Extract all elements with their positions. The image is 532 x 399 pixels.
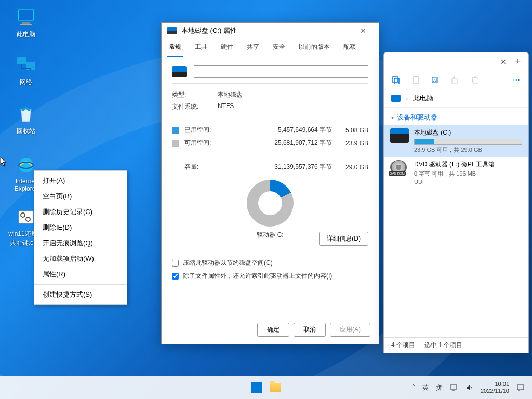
- compress-label: 压缩此驱动器以节约磁盘空间(C): [183, 259, 273, 268]
- apply-button[interactable]: 应用(A): [330, 323, 370, 337]
- cursor-icon: [0, 157, 8, 165]
- ctx-delie[interactable]: 删除IE(D): [34, 220, 127, 235]
- index-label: 除了文件属性外，还允许索引此驱动器上文件的内容(I): [183, 272, 332, 281]
- drive-item-c[interactable]: 本地磁盘 (C:) 23.9 GB 可用，共 29.0 GB: [384, 125, 528, 157]
- tab-quota[interactable]: 配额: [341, 38, 358, 57]
- capacity-label: 容量:: [184, 163, 226, 171]
- desktop-label: 网络: [20, 78, 32, 87]
- dialog-title: 本地磁盘 (C:) 属性: [181, 26, 237, 35]
- used-swatch: [172, 127, 179, 134]
- compress-checkbox[interactable]: [172, 260, 179, 267]
- disk-icon: [172, 66, 187, 77]
- share-icon[interactable]: [450, 75, 460, 85]
- new-tab-button[interactable]: +: [511, 56, 525, 67]
- disk-icon: [167, 27, 177, 34]
- svg-rect-15: [394, 78, 399, 84]
- ctx-open[interactable]: 打开(A): [34, 173, 127, 189]
- rename-icon[interactable]: A: [431, 75, 440, 85]
- section-devices[interactable]: ▾ 设备和驱动器: [384, 108, 528, 125]
- capacity-gb: 29.0 GB: [332, 164, 368, 171]
- dvd-icon: DVD-ROM: [390, 160, 407, 175]
- tray-overflow[interactable]: ˄: [412, 384, 415, 391]
- copy-icon[interactable]: [391, 75, 401, 85]
- desktop-icon-recycle-bin[interactable]: 回收站: [7, 104, 45, 136]
- more-icon[interactable]: ⋯: [512, 75, 521, 85]
- used-gb: 5.08 GB: [332, 127, 368, 134]
- clock[interactable]: 10:01 2022/11/10: [481, 381, 509, 394]
- taskbar: ˄ 英 拼 10:01 2022/11/10: [0, 376, 532, 399]
- ctx-delhistory[interactable]: 删除历史记录(C): [34, 204, 127, 220]
- used-bytes: 5,457,649,664 字节: [226, 126, 332, 135]
- svg-point-9: [19, 158, 33, 172]
- drive-name: DVD 驱动器 (E:) 微PE工具箱: [414, 160, 522, 169]
- ctx-properties[interactable]: 属性(R): [34, 267, 127, 282]
- volume-label-input[interactable]: [194, 65, 368, 78]
- this-pc-icon: [391, 95, 401, 102]
- network-icon: [16, 55, 36, 76]
- svg-rect-22: [450, 385, 457, 389]
- network-tray-icon[interactable]: [449, 383, 458, 392]
- drive-bar: [414, 139, 522, 145]
- drive-label: 驱动器 C:: [257, 231, 283, 240]
- explorer-taskbar-icon[interactable]: [268, 380, 283, 395]
- breadcrumb[interactable]: › 此电脑: [384, 89, 528, 108]
- chevron-down-icon: ▾: [391, 115, 394, 121]
- dialog-titlebar[interactable]: 本地磁盘 (C:) 属性 ✕: [162, 23, 379, 38]
- cancel-button[interactable]: 取消: [294, 323, 326, 337]
- fs-value: NTFS: [218, 102, 234, 111]
- delete-icon[interactable]: [470, 75, 480, 85]
- desktop-icon-network[interactable]: 网络: [7, 55, 45, 87]
- context-menu: 打开(A) 空白页(B) 删除历史记录(C) 删除IE(D) 开启无痕浏览(Q)…: [34, 170, 127, 305]
- volume-tray-icon[interactable]: [465, 383, 473, 392]
- properties-dialog: 本地磁盘 (C:) 属性 ✕ 常规 工具 硬件 共享 安全 以前的版本 配额 类…: [161, 22, 379, 344]
- cmd-icon: [16, 207, 36, 228]
- start-button[interactable]: [249, 380, 264, 395]
- drive-item-dvd[interactable]: DVD-ROM DVD 驱动器 (E:) 微PE工具箱 0 字节 可用，共 19…: [384, 157, 528, 188]
- close-button[interactable]: ✕: [353, 26, 374, 35]
- tab-tools[interactable]: 工具: [193, 38, 209, 57]
- svg-rect-3: [20, 24, 32, 25]
- ime-mode[interactable]: 拼: [436, 383, 442, 392]
- type-value: 本地磁盘: [218, 90, 243, 99]
- svg-text:A: A: [433, 78, 436, 83]
- svg-rect-24: [517, 385, 524, 390]
- paste-icon[interactable]: [411, 75, 420, 85]
- svg-rect-11: [19, 211, 33, 223]
- status-selected: 选中 1 个项目: [424, 341, 462, 350]
- svg-rect-21: [452, 79, 457, 83]
- tab-sharing[interactable]: 共享: [245, 38, 261, 57]
- svg-rect-14: [393, 77, 397, 83]
- details-button[interactable]: 详细信息(D): [319, 232, 368, 246]
- ime-lang[interactable]: 英: [422, 383, 429, 392]
- tab-prevversions[interactable]: 以前的版本: [297, 38, 332, 57]
- free-gb: 23.9 GB: [332, 140, 368, 147]
- desktop-icon-this-pc[interactable]: 此电脑: [7, 7, 45, 39]
- tab-close-button[interactable]: ✕: [496, 58, 511, 66]
- tab-security[interactable]: 安全: [271, 38, 287, 57]
- free-bytes: 25,681,907,712 字节: [226, 139, 332, 148]
- tab-hardware[interactable]: 硬件: [219, 38, 235, 57]
- svg-rect-17: [414, 76, 417, 77]
- index-checkbox[interactable]: [172, 273, 179, 280]
- tab-general[interactable]: 常规: [167, 38, 183, 57]
- drive-sub2: UDF: [414, 179, 522, 185]
- ctx-blank[interactable]: 空白页(B): [34, 189, 127, 204]
- ok-button[interactable]: 确定: [257, 323, 289, 337]
- ctx-separator: [34, 284, 127, 285]
- svg-rect-16: [413, 77, 418, 83]
- section-label: 设备和驱动器: [397, 113, 437, 122]
- explorer-window: ✕ + A ⋯ › 此电脑 ▾ 设备和驱动器 本地磁盘 (C:) 23.9 GB…: [383, 52, 529, 353]
- fs-label: 文件系统:: [172, 102, 218, 111]
- breadcrumb-text: 此电脑: [413, 94, 433, 103]
- status-bar: 4 个项目 选中 1 个项目: [384, 337, 528, 353]
- status-count: 4 个项目: [391, 341, 415, 350]
- time: 10:01: [481, 381, 509, 388]
- notifications-icon[interactable]: [516, 383, 525, 392]
- ctx-inprivate[interactable]: 开启无痕浏览(Q): [34, 235, 127, 251]
- ctx-noaddons[interactable]: 无加载项启动(W): [34, 251, 127, 267]
- ctx-shortcut[interactable]: 创建快捷方式(S): [34, 287, 127, 302]
- date: 2022/11/10: [481, 388, 509, 394]
- free-swatch: [172, 140, 179, 147]
- desktop-label: 此电脑: [17, 30, 35, 39]
- drive-name: 本地磁盘 (C:): [414, 128, 522, 137]
